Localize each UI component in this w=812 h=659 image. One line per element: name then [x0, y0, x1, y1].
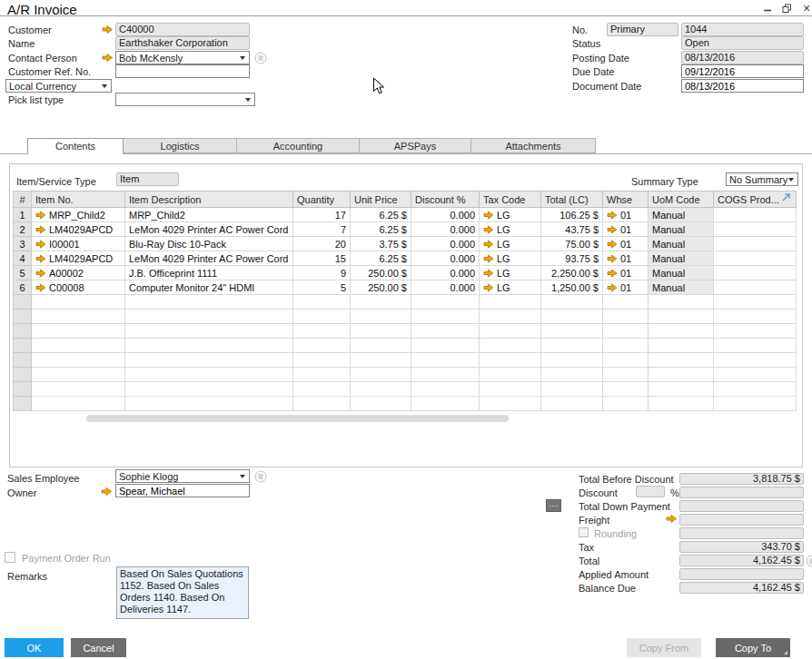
cogs-cell[interactable] — [714, 222, 797, 237]
quantity-cell[interactable]: 5 — [293, 280, 351, 295]
empty-table-row[interactable] — [14, 324, 797, 339]
col-header-description[interactable]: Item Description — [125, 192, 293, 208]
table-row[interactable]: 1 MRP_Child2 MRP_Child2 17 6.25 $ 0.000 … — [14, 208, 797, 222]
row-number-cell[interactable]: 6 — [14, 280, 32, 295]
row-number-cell[interactable] — [14, 295, 32, 310]
whse-cell[interactable]: 01 — [603, 222, 649, 237]
uom-cell[interactable]: Manual — [649, 237, 714, 251]
empty-table-row[interactable] — [14, 353, 797, 368]
row-number-cell[interactable] — [14, 368, 32, 382]
description-cell[interactable]: Blu-Ray Disc 10-Pack — [125, 237, 293, 251]
row-number-cell[interactable] — [14, 353, 32, 368]
link-arrow-icon[interactable] — [35, 240, 46, 249]
item-no-cell[interactable]: A00002 — [32, 266, 125, 280]
total-cell[interactable]: 2,250.00 $ — [541, 266, 603, 280]
restore-icon[interactable] — [778, 2, 795, 15]
item-service-type-field[interactable]: Item — [116, 172, 179, 186]
tax-code-cell[interactable]: LG — [480, 266, 541, 280]
unit-price-cell[interactable]: 6.25 $ — [351, 208, 411, 222]
link-arrow-icon[interactable] — [666, 514, 678, 524]
item-no-cell[interactable]: LM4029APCD — [32, 222, 125, 237]
discount-cell[interactable]: 0.000 — [411, 237, 480, 251]
cogs-cell[interactable] — [714, 251, 797, 266]
link-arrow-icon[interactable] — [483, 269, 494, 278]
empty-table-row[interactable] — [14, 295, 797, 310]
uom-cell[interactable]: Manual — [649, 208, 714, 222]
row-number-cell[interactable]: 1 — [14, 208, 32, 222]
quantity-cell[interactable]: 9 — [293, 266, 351, 280]
choose-from-list-icon[interactable] — [806, 555, 812, 569]
cogs-cell[interactable] — [714, 266, 797, 280]
payment-order-run-checkbox[interactable] — [5, 552, 15, 563]
unit-price-cell[interactable]: 3.75 $ — [351, 237, 411, 251]
table-row[interactable]: 5 A00002 J.B. Officeprint 1111 9 250.00 … — [14, 266, 797, 280]
link-arrow-icon[interactable] — [483, 211, 494, 220]
empty-table-row[interactable] — [14, 368, 797, 382]
unit-price-cell[interactable]: 6.25 $ — [351, 222, 411, 237]
col-header-unit-price[interactable]: Unit Price — [351, 192, 411, 208]
discount-cell[interactable]: 0.000 — [411, 266, 480, 280]
customer-ref-input[interactable] — [115, 64, 250, 78]
whse-cell[interactable]: 01 — [603, 266, 649, 280]
discount-cell[interactable]: 0.000 — [411, 208, 480, 222]
whse-cell[interactable]: 01 — [603, 251, 649, 266]
link-arrow-icon[interactable] — [35, 211, 46, 220]
sales-employee-select[interactable]: Sophie Klogg — [115, 469, 250, 483]
uom-cell[interactable]: Manual — [649, 251, 714, 266]
pick-list-type-select[interactable] — [115, 93, 255, 106]
tab-logistics[interactable]: Logistics — [124, 138, 237, 153]
horizontal-scrollbar[interactable] — [86, 415, 509, 422]
unit-price-cell[interactable]: 6.25 $ — [351, 251, 411, 266]
description-cell[interactable]: J.B. Officeprint 1111 — [125, 266, 293, 280]
remarks-textarea[interactable]: Based On Sales Quotations 1152. Based On… — [116, 566, 249, 619]
cancel-button[interactable]: Cancel — [71, 638, 126, 657]
uom-cell[interactable]: Manual — [649, 280, 714, 295]
whse-cell[interactable]: 01 — [603, 280, 649, 295]
col-header-whse[interactable]: Whse — [603, 192, 649, 208]
empty-table-row[interactable] — [14, 382, 797, 397]
link-arrow-icon[interactable] — [607, 269, 618, 278]
contact-person-select[interactable]: Bob McKensly — [115, 51, 250, 64]
tab-accounting[interactable]: Accounting — [237, 138, 360, 153]
item-no-cell[interactable]: I00001 — [32, 237, 125, 251]
link-arrow-icon[interactable] — [102, 53, 114, 63]
empty-table-row[interactable] — [14, 397, 797, 411]
row-number-cell[interactable] — [14, 397, 32, 411]
quantity-cell[interactable]: 15 — [293, 251, 351, 266]
rounding-checkbox[interactable] — [579, 527, 589, 537]
description-cell[interactable]: MRP_Child2 — [125, 208, 293, 222]
table-row[interactable]: 6 C00008 Computer Monitor 24" HDMI 5 250… — [14, 280, 797, 295]
empty-table-row[interactable] — [14, 310, 797, 324]
row-number-cell[interactable]: 4 — [14, 251, 32, 266]
cogs-cell[interactable] — [714, 280, 797, 295]
unit-price-cell[interactable]: 250.00 $ — [351, 266, 411, 280]
row-number-cell[interactable]: 5 — [14, 266, 32, 280]
col-header-discount[interactable]: Discount % — [411, 192, 480, 208]
unit-price-cell[interactable]: 250.00 $ — [351, 280, 411, 295]
document-date-input[interactable] — [681, 79, 804, 93]
whse-cell[interactable]: 01 — [603, 237, 649, 251]
table-row[interactable]: 2 LM4029APCD LeMon 4029 Printer AC Power… — [14, 222, 797, 237]
close-icon[interactable]: × — [798, 2, 812, 15]
discount-cell[interactable]: 0.000 — [411, 280, 480, 295]
owner-input[interactable] — [115, 484, 250, 497]
down-payment-options-button[interactable]: ... — [546, 499, 561, 512]
tax-code-cell[interactable]: LG — [480, 208, 541, 222]
tab-attachments[interactable]: Attachments — [471, 138, 596, 153]
link-arrow-icon[interactable] — [483, 283, 494, 292]
link-arrow-icon[interactable] — [101, 487, 113, 497]
quantity-cell[interactable]: 17 — [293, 208, 351, 222]
discount-cell[interactable]: 0.000 — [411, 251, 480, 266]
total-cell[interactable]: 75.00 $ — [541, 237, 603, 251]
row-number-cell[interactable] — [14, 339, 32, 353]
discount-percent-input[interactable] — [636, 486, 665, 497]
link-arrow-icon[interactable] — [35, 225, 46, 234]
total-cell[interactable]: 43.75 $ — [541, 222, 603, 237]
currency-select[interactable]: Local Currency — [5, 79, 112, 93]
col-header-uom[interactable]: UoM Code — [649, 192, 714, 208]
row-number-cell[interactable]: 2 — [14, 222, 32, 237]
total-cell[interactable]: 93.75 $ — [541, 251, 603, 266]
doc-series-field[interactable]: Primary — [607, 23, 678, 36]
col-header-tax-code[interactable]: Tax Code — [480, 192, 541, 208]
summary-type-select[interactable]: No Summary — [726, 172, 798, 186]
